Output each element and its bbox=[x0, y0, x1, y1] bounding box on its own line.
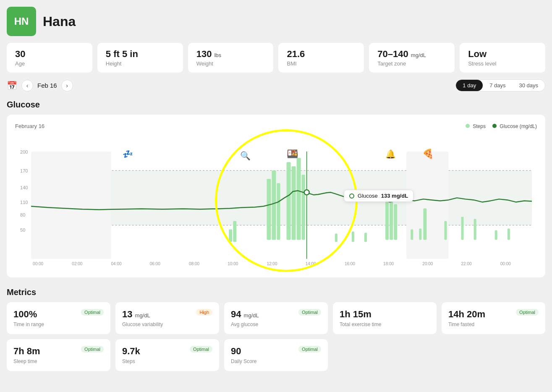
metric-empty-2 bbox=[442, 339, 545, 371]
metric-daily-score-header: 90 Optimal bbox=[231, 346, 321, 357]
metric-glucose-variability-header: 13 mg/dL High bbox=[122, 309, 212, 320]
glucose-section: Glucose February 16 Steps Glucose (mg/dL… bbox=[7, 100, 545, 277]
svg-rect-26 bbox=[233, 221, 236, 242]
svg-rect-39 bbox=[394, 204, 397, 240]
metric-steps-header: 9.7k Optimal bbox=[122, 346, 212, 357]
metric-avg-glucose-header: 94 mg/dL Optimal bbox=[231, 309, 321, 320]
avatar-initials: HN bbox=[14, 16, 29, 27]
svg-text:16:00: 16:00 bbox=[345, 261, 355, 266]
metrics-section-title: Metrics bbox=[7, 287, 545, 297]
weight-value: 130 lbs bbox=[196, 49, 265, 60]
avg-glucose-badge: Optimal bbox=[298, 309, 321, 316]
svg-text:12:00: 12:00 bbox=[267, 261, 277, 266]
metric-exercise-time-header: 1h 15m bbox=[340, 309, 430, 320]
svg-text:06:00: 06:00 bbox=[150, 261, 160, 266]
chart-legend: Steps Glucose (mg/dL) bbox=[466, 123, 537, 129]
steps-value: 9.7k bbox=[122, 346, 140, 357]
sleep-time-label: Sleep time bbox=[13, 358, 104, 364]
steps-badge: Optimal bbox=[190, 346, 212, 353]
steps-legend: Steps bbox=[466, 123, 486, 129]
glucose-legend: Glucose (mg/dL) bbox=[492, 123, 537, 129]
time-in-range-label: Time in range bbox=[13, 321, 104, 327]
metrics-row-2: 7h 8m Optimal Sleep time 9.7k Optimal St… bbox=[7, 339, 545, 371]
stat-target-zone: 70–140 mg/dL Target zone bbox=[369, 43, 455, 73]
metric-time-in-range: 100% Optimal Time in range bbox=[7, 302, 110, 334]
exercise-time-value: 1h 15m bbox=[340, 309, 371, 320]
exercise-time-label: Total exercise time bbox=[340, 321, 430, 327]
metric-steps: 9.7k Optimal Steps bbox=[115, 339, 219, 371]
svg-rect-23 bbox=[31, 152, 111, 259]
svg-rect-24 bbox=[406, 152, 448, 259]
svg-text:00:00: 00:00 bbox=[33, 261, 43, 266]
stat-age: 30 Age bbox=[7, 43, 92, 73]
svg-rect-42 bbox=[423, 208, 426, 240]
svg-text:18:00: 18:00 bbox=[383, 261, 394, 266]
time-range-30days[interactable]: 30 days bbox=[512, 80, 545, 91]
metric-empty-1 bbox=[333, 339, 437, 371]
glucose-chart-svg: 200 170 140 110 80 50 00:00 02:00 04:00 … bbox=[15, 133, 537, 267]
glucose-variability-value: 13 mg/dL bbox=[122, 309, 150, 320]
header: HN Hana bbox=[7, 7, 545, 36]
metric-glucose-variability: 13 mg/dL High Glucose variability bbox=[115, 302, 219, 334]
metrics-row-1: 100% Optimal Time in range 13 mg/dL High… bbox=[7, 302, 545, 334]
metric-avg-glucose: 94 mg/dL Optimal Avg glucose bbox=[224, 302, 328, 334]
metric-sleep-time: 7h 8m Optimal Sleep time bbox=[7, 339, 110, 371]
time-fasted-badge: Optimal bbox=[516, 309, 539, 316]
svg-rect-43 bbox=[444, 221, 447, 240]
sleep-time-value: 7h 8m bbox=[13, 346, 40, 357]
time-range-selector: 1 day 7 days 30 days bbox=[455, 79, 545, 91]
age-label: Age bbox=[15, 60, 84, 67]
stat-height: 5 ft 5 in Height bbox=[97, 43, 183, 73]
time-range-1day[interactable]: 1 day bbox=[456, 80, 483, 91]
height-label: Height bbox=[106, 60, 175, 67]
svg-rect-32 bbox=[297, 158, 301, 240]
user-name: Hana bbox=[43, 14, 76, 29]
bmi-label: BMI bbox=[287, 60, 356, 67]
svg-text:50: 50 bbox=[20, 227, 25, 233]
glucose-chart-card: February 16 Steps Glucose (mg/dL) 200 17… bbox=[7, 115, 545, 277]
chart-header: February 16 Steps Glucose (mg/dL) bbox=[15, 123, 537, 129]
metrics-section: Metrics 100% Optimal Time in range 13 mg… bbox=[7, 287, 545, 371]
svg-text:04:00: 04:00 bbox=[111, 261, 122, 266]
date-navigation: 📅 ‹ Feb 16 › 1 day 7 days 30 days bbox=[7, 79, 545, 91]
time-in-range-value: 100% bbox=[13, 309, 37, 320]
svg-rect-36 bbox=[364, 233, 367, 242]
svg-rect-27 bbox=[267, 179, 271, 240]
daily-score-value: 90 bbox=[231, 346, 241, 357]
svg-text:140: 140 bbox=[20, 185, 28, 190]
glucose-variability-label: Glucose variability bbox=[122, 321, 212, 327]
calendar-icon[interactable]: 📅 bbox=[7, 81, 17, 91]
svg-text:20:00: 20:00 bbox=[422, 261, 433, 266]
svg-rect-37 bbox=[385, 200, 389, 240]
time-fasted-value: 14h 20m bbox=[448, 309, 485, 320]
svg-text:110: 110 bbox=[20, 200, 28, 205]
steps-legend-dot bbox=[466, 124, 470, 128]
stat-weight: 130 lbs Weight bbox=[188, 43, 274, 73]
svg-rect-38 bbox=[390, 191, 393, 240]
svg-rect-29 bbox=[277, 183, 280, 240]
daily-score-label: Daily Score bbox=[231, 358, 321, 364]
metric-exercise-time: 1h 15m Total exercise time bbox=[333, 302, 437, 334]
svg-text:22:00: 22:00 bbox=[461, 261, 472, 266]
svg-text:02:00: 02:00 bbox=[72, 261, 82, 266]
time-range-7days[interactable]: 7 days bbox=[483, 80, 512, 91]
avg-glucose-label: Avg glucose bbox=[231, 321, 321, 327]
svg-text:08:00: 08:00 bbox=[189, 261, 199, 266]
next-date-button[interactable]: › bbox=[61, 80, 73, 91]
svg-text:🔔: 🔔 bbox=[385, 149, 396, 159]
glucose-section-title: Glucose bbox=[7, 100, 545, 110]
svg-rect-33 bbox=[302, 175, 305, 240]
metric-sleep-time-header: 7h 8m Optimal bbox=[13, 346, 104, 357]
metric-time-in-range-header: 100% Optimal bbox=[13, 309, 104, 320]
svg-text:10:00: 10:00 bbox=[228, 261, 238, 266]
svg-point-49 bbox=[304, 190, 309, 195]
svg-text:00:00: 00:00 bbox=[500, 261, 511, 266]
steps-legend-label: Steps bbox=[473, 123, 486, 129]
metric-daily-score: 90 Optimal Daily Score bbox=[224, 339, 328, 371]
glucose-legend-label: Glucose (mg/dL) bbox=[500, 123, 537, 129]
prev-date-button[interactable]: ‹ bbox=[21, 80, 33, 91]
svg-rect-46 bbox=[495, 230, 497, 240]
svg-rect-35 bbox=[352, 232, 354, 242]
stat-stress: Low Stress level bbox=[460, 43, 545, 73]
svg-rect-44 bbox=[461, 217, 464, 240]
